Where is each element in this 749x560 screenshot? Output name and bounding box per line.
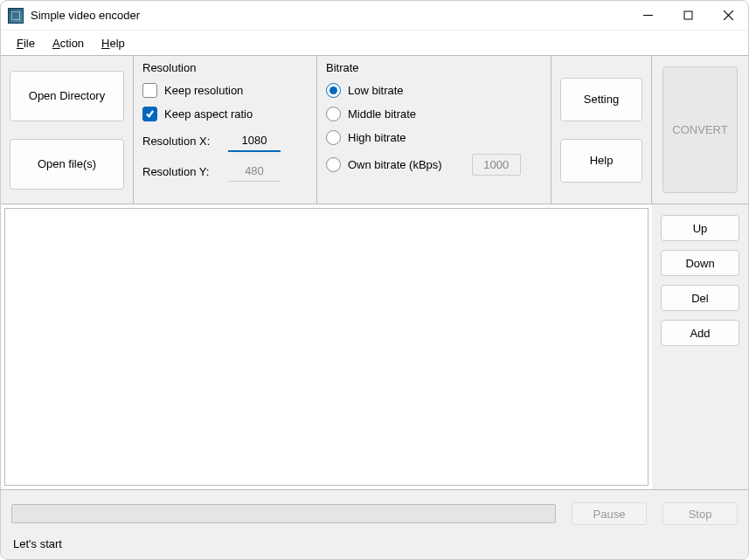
radio-icon xyxy=(326,130,341,145)
keep-aspect-checkbox[interactable]: Keep aspect ratio xyxy=(142,107,308,121)
own-bitrate-input[interactable] xyxy=(472,154,521,176)
own-bitrate-label: Own bitrate (kBps) xyxy=(348,158,442,171)
close-button[interactable] xyxy=(708,1,748,31)
resolution-y-label: Resolution Y: xyxy=(142,165,221,178)
checkbox-icon xyxy=(142,83,157,98)
low-bitrate-radio[interactable]: Low bitrate xyxy=(326,83,542,98)
help-button[interactable]: Help xyxy=(560,139,642,183)
open-directory-button[interactable]: Open Directory xyxy=(10,71,124,121)
app-icon xyxy=(8,8,24,24)
resolution-title: Resolution xyxy=(142,61,308,74)
resolution-y-input[interactable] xyxy=(228,161,281,182)
list-area: Up Down Del Add xyxy=(1,204,748,489)
checkbox-icon xyxy=(142,107,157,121)
file-list[interactable] xyxy=(4,208,648,486)
keep-resolution-checkbox[interactable]: Keep resolution xyxy=(142,83,308,98)
status-text: Let's start xyxy=(11,534,738,554)
resolution-x-input[interactable] xyxy=(228,130,281,152)
radio-icon xyxy=(326,157,341,172)
low-bitrate-label: Low bitrate xyxy=(348,84,404,97)
own-bitrate-radio[interactable]: Own bitrate (kBps) xyxy=(326,154,542,176)
progress-bar xyxy=(11,504,556,523)
resolution-group: Resolution Keep resolution Keep aspect r… xyxy=(134,56,317,204)
down-button[interactable]: Down xyxy=(661,250,739,276)
side-column: Setting Help xyxy=(551,56,652,204)
menubar: File Action Help xyxy=(1,31,748,55)
add-button[interactable]: Add xyxy=(661,320,739,346)
resolution-y-row: Resolution Y: xyxy=(142,161,308,182)
menu-file[interactable]: File xyxy=(8,33,44,53)
pause-button[interactable]: Pause xyxy=(572,502,647,525)
close-icon xyxy=(724,10,733,20)
titlebar: Simple video encoder xyxy=(1,1,748,31)
window-title: Simple video encoder xyxy=(31,9,140,22)
list-buttons-column: Up Down Del Add xyxy=(652,204,748,489)
radio-icon xyxy=(326,107,341,121)
middle-bitrate-label: Middle bitrate xyxy=(348,107,416,121)
keep-resolution-label: Keep resolution xyxy=(164,84,243,97)
high-bitrate-label: High bitrate xyxy=(348,131,406,144)
bottom-bar: Pause Stop Let's start xyxy=(1,489,748,559)
del-button[interactable]: Del xyxy=(661,285,739,311)
menu-help[interactable]: Help xyxy=(93,33,134,53)
menu-action[interactable]: Action xyxy=(44,33,93,53)
setting-button[interactable]: Setting xyxy=(560,78,642,121)
top-panel: Open Directory Open file(s) Resolution K… xyxy=(1,56,748,204)
convert-column: CONVERT xyxy=(652,56,748,204)
minimize-icon xyxy=(643,10,653,20)
bitrate-title: Bitrate xyxy=(326,61,542,74)
up-button[interactable]: Up xyxy=(661,215,739,241)
radio-icon xyxy=(326,83,341,98)
keep-aspect-label: Keep aspect ratio xyxy=(164,107,253,121)
open-column: Open Directory Open file(s) xyxy=(1,56,134,204)
high-bitrate-radio[interactable]: High bitrate xyxy=(326,130,542,145)
convert-button[interactable]: CONVERT xyxy=(662,66,738,193)
middle-bitrate-radio[interactable]: Middle bitrate xyxy=(326,107,542,121)
maximize-icon xyxy=(683,10,693,20)
open-files-button[interactable]: Open file(s) xyxy=(10,139,124,190)
progress-row: Pause Stop xyxy=(11,502,738,525)
bitrate-group: Bitrate Low bitrate Middle bitrate High … xyxy=(317,56,551,204)
svg-rect-1 xyxy=(684,11,692,19)
minimize-button[interactable] xyxy=(628,1,668,31)
stop-button[interactable]: Stop xyxy=(662,502,738,525)
maximize-button[interactable] xyxy=(668,1,708,31)
resolution-x-row: Resolution X: xyxy=(142,130,308,152)
resolution-x-label: Resolution X: xyxy=(142,135,221,148)
main-content: Open Directory Open file(s) Resolution K… xyxy=(1,55,748,559)
